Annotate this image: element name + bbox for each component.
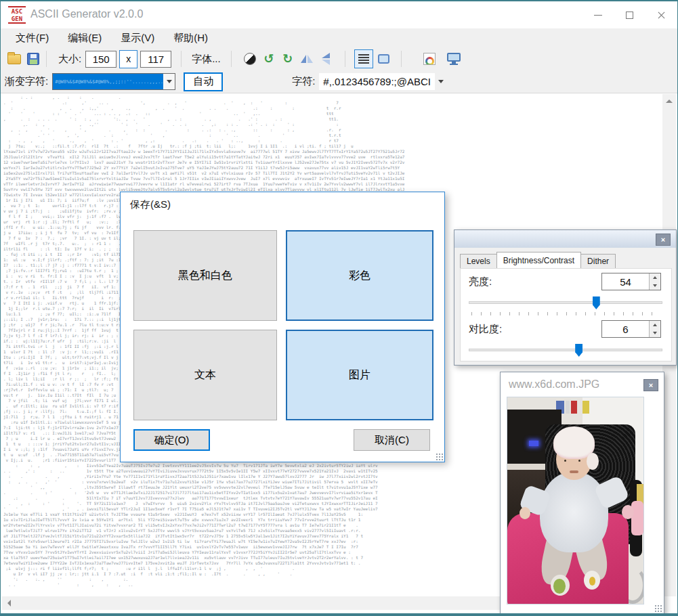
photo-led-light — [529, 441, 538, 446]
photo-baby-hand — [520, 507, 530, 519]
size-label: 大小: — [58, 53, 81, 66]
rotate-ccw-button[interactable]: ↺ — [259, 49, 278, 68]
maximize-icon — [626, 12, 633, 19]
photo-pink-blanket — [631, 501, 643, 536]
chevron-down-icon — [167, 80, 172, 83]
menu-help[interactable]: 帮助(H) — [164, 29, 217, 47]
scroll-left-button[interactable] — [2, 596, 16, 610]
invert-button[interactable] — [240, 49, 259, 68]
save-black-white-button[interactable]: 黑色和白色 — [133, 230, 277, 321]
toolbar-separator — [46, 51, 47, 67]
font-button[interactable]: 字体... — [185, 50, 228, 68]
contrast-spinner[interactable]: 6 — [601, 320, 661, 338]
scroll-up-button[interactable] — [662, 94, 676, 108]
toolbar-separator — [345, 51, 345, 67]
spin-up-button[interactable] — [650, 321, 660, 329]
photo-baby-eye — [578, 460, 580, 462]
flip-horizontal-button[interactable] — [297, 49, 316, 68]
photo-shelf-item — [582, 401, 589, 414]
lock-ratio-button[interactable]: x — [119, 50, 137, 68]
save-button[interactable] — [24, 49, 43, 68]
toolbar-separator — [181, 51, 182, 67]
fullscreen-button[interactable] — [444, 49, 463, 68]
gradient-dropdown-arrow[interactable] — [163, 74, 175, 89]
width-input[interactable]: 150 — [85, 51, 116, 68]
close-button[interactable] — [645, 1, 677, 28]
photo-shelf-item — [566, 401, 570, 414]
window-title: ASCII Generator v2.0.0 — [30, 8, 143, 20]
save-text-button[interactable]: 文本 — [133, 330, 277, 420]
spin-down-button[interactable] — [650, 282, 660, 290]
save-dialog-title: 保存(&S) — [130, 198, 171, 211]
menu-file[interactable]: 文件(F) — [6, 29, 58, 47]
color-preview-button[interactable] — [420, 49, 439, 68]
gradient-label: 渐变字符: — [5, 75, 48, 88]
close-icon — [657, 11, 666, 20]
image-view-button[interactable] — [375, 49, 394, 68]
spin-down-button[interactable] — [650, 329, 660, 337]
image-window-close-button[interactable]: × — [643, 379, 658, 391]
save-color-button[interactable]: 彩色 — [286, 230, 433, 321]
photo-shelf-item — [571, 401, 576, 414]
photo-baby-hand — [622, 505, 634, 519]
flip-vertical-button[interactable] — [316, 49, 335, 68]
menu-edit[interactable]: 编辑(E) — [58, 29, 111, 47]
charset-dropdown-arrow[interactable] — [435, 73, 447, 90]
brightness-label: 亮度: — [469, 276, 492, 288]
contrast-label: 对比度: — [469, 323, 502, 336]
rotate-ccw-icon: ↺ — [263, 53, 274, 65]
rotate-cw-button[interactable]: ↻ — [278, 49, 297, 68]
height-input[interactable]: 117 — [140, 51, 171, 68]
toolbar-separator — [231, 51, 232, 67]
panel-tabs: Levels Brightness/Contrast Dither — [460, 252, 615, 268]
contrast-value[interactable]: 6 — [602, 321, 649, 337]
brightness-contrast-page: 亮度: 54 对比度: 6 — [460, 268, 672, 361]
slider-tick-marks — [471, 312, 661, 315]
open-folder-icon — [7, 54, 21, 64]
dialog-resize-grip[interactable] — [436, 453, 443, 460]
contrast-icon — [244, 53, 256, 65]
text-view-button[interactable] — [354, 49, 373, 68]
save-dialog: 保存(&S) 黑色和白色 彩色 文本 图片 确定(O) 取消(C) — [120, 192, 445, 462]
menu-view[interactable]: 显示(V) — [111, 29, 164, 47]
cancel-button[interactable]: 取消(C) — [354, 429, 430, 451]
panel-close-button[interactable]: × — [656, 234, 671, 246]
app-window: ASC GEN ASCII Generator v2.0.0 文件(F) 编辑(… — [0, 0, 678, 616]
adjustment-panel: × Levels Brightness/Contrast Dither 亮度: … — [454, 229, 677, 366]
text-lines-icon — [358, 54, 369, 64]
brightness-spinner[interactable]: 54 — [601, 273, 661, 290]
logo-text-bottom: GEN — [8, 16, 26, 23]
image-window-resize-grip[interactable] — [654, 604, 662, 612]
minimize-icon — [594, 15, 602, 16]
minimize-button[interactable] — [582, 1, 614, 28]
window-controls — [582, 1, 677, 28]
tab-brightness-contrast[interactable]: Brightness/Contrast — [496, 252, 581, 268]
panel-title-bar[interactable] — [454, 230, 676, 248]
tab-dither[interactable]: Dither — [580, 254, 616, 268]
toolbar-separator — [401, 51, 402, 67]
spin-up-button[interactable] — [650, 273, 660, 282]
triangle-down-icon — [653, 332, 657, 334]
photo-hat-knot — [587, 453, 599, 469]
brightness-slider-thumb[interactable] — [593, 296, 600, 309]
auto-button[interactable]: 自动 — [184, 72, 223, 91]
contrast-spin-buttons — [649, 321, 660, 337]
contrast-slider-thumb[interactable] — [575, 344, 582, 357]
tab-levels[interactable]: Levels — [460, 254, 497, 268]
contrast-slider[interactable] — [469, 349, 662, 351]
save-image-button[interactable]: 图片 — [286, 330, 433, 420]
open-file-button[interactable] — [5, 49, 24, 68]
gradient-selected-value: #@W8%&$#@W8%&$#@W8%,,;;::''......,,,....… — [53, 74, 163, 89]
monitor-icon — [447, 53, 461, 65]
gradient-combobox[interactable]: #@W8%&$#@W8%&$#@W8%,,;;::''......,,,....… — [52, 73, 175, 90]
rotate-cw-icon: ↻ — [282, 53, 293, 65]
charset-input[interactable]: #,.0123456789:;@ABCI — [319, 73, 435, 90]
logo-text-top: ASC — [8, 8, 26, 16]
charset-label: 字符: — [292, 75, 315, 88]
brightness-value[interactable]: 54 — [602, 273, 649, 290]
brightness-slider[interactable] — [469, 301, 662, 304]
ok-button[interactable]: 确定(O) — [133, 429, 210, 451]
rainbow-image-icon — [423, 53, 436, 65]
maximize-button[interactable] — [614, 1, 645, 28]
image-view-icon — [378, 54, 389, 64]
